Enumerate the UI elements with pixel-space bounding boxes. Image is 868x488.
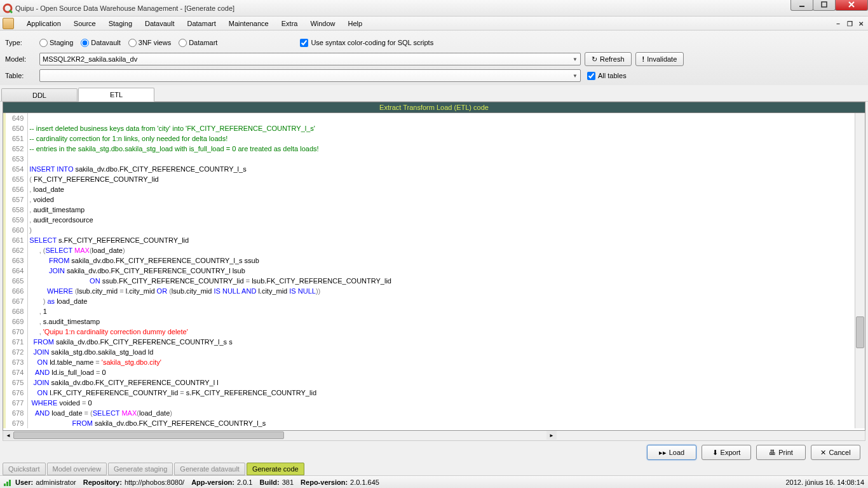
menu-extra[interactable]: Extra [275, 18, 304, 29]
refresh-button[interactable]: ↻Refresh [585, 52, 632, 66]
nav-tab-generate-datavault[interactable]: Generate datavault [174, 463, 245, 475]
type-radio-staging[interactable]: Staging [39, 39, 73, 47]
cancel-button[interactable]: ✕Cancel [811, 445, 860, 460]
action-buttons: ▸▸Load ⬇Export 🖶Print ✕Cancel [647, 445, 860, 460]
window-maximize-button[interactable] [813, 0, 836, 11]
model-combo[interactable]: MSSQL2KR2_sakila.sakila_dv▼ [39, 53, 581, 65]
type-radio-datamart[interactable]: Datamart [179, 39, 217, 47]
close-icon: ✕ [820, 449, 826, 457]
hscroll-thumb[interactable] [13, 431, 284, 439]
nav-tab-generate-staging[interactable]: Generate staging [108, 463, 173, 475]
mdi-minimize-button[interactable]: – [834, 19, 843, 28]
app-menu-icon[interactable] [3, 18, 14, 29]
code-editor[interactable]: 6496506516526536546556566576586596606616… [3, 113, 865, 431]
tab-etl[interactable]: ETL [78, 88, 154, 102]
menu-help[interactable]: Help [342, 18, 369, 29]
code-content[interactable]: -- insert deleted business keys data fro… [28, 113, 391, 428]
svg-rect-3 [822, 2, 827, 7]
type-radio-datavault[interactable]: Datavault [81, 39, 120, 47]
menu-datamart[interactable]: Datamart [180, 18, 222, 29]
table-label: Table: [5, 72, 39, 79]
chevron-down-icon: ▼ [573, 57, 578, 62]
status-build: 381 [282, 478, 294, 486]
connection-icon [4, 478, 13, 486]
printer-icon: 🖶 [769, 449, 776, 456]
invalidate-button[interactable]: !Invalidate [635, 52, 684, 66]
type-label: Type: [5, 39, 39, 46]
window-close-button[interactable] [835, 0, 868, 11]
status-repover: 2.0.1.645 [350, 478, 379, 486]
status-datetime: 2012. június 16. 14:08:14 [785, 478, 864, 486]
table-combo[interactable]: ▼ [39, 69, 581, 82]
all-tables-checkbox[interactable]: All tables [587, 72, 627, 80]
syntax-color-checkbox[interactable]: Use syntax color-coding for SQL scripts [300, 39, 433, 47]
window-minimize-button[interactable] [790, 0, 813, 11]
line-gutter: 6496506516526536546556566576586596606616… [3, 113, 28, 428]
window-title: Quipu - Open Source Data Warehouse Manag… [15, 4, 234, 12]
statusbar: User: administrator Repository: http://p… [0, 475, 868, 488]
chevron-down-icon: ▼ [573, 73, 578, 79]
scrollbar-thumb[interactable] [856, 316, 864, 348]
nav-tab-generate-code[interactable]: Generate code [247, 463, 304, 475]
menu-window[interactable]: Window [304, 18, 341, 29]
menu-source[interactable]: Source [67, 18, 102, 29]
refresh-icon: ↻ [592, 55, 597, 64]
menubar: ApplicationSourceStagingDatavaultDatamar… [0, 17, 868, 30]
menu-staging[interactable]: Staging [102, 18, 139, 29]
mdi-close-button[interactable]: ✕ [857, 19, 865, 28]
horizontal-scrollbar[interactable]: ◄ ► [3, 431, 865, 441]
status-repover-label: Repo-version: [301, 478, 348, 486]
download-icon: ⬇ [712, 449, 718, 457]
status-build-label: Build: [260, 478, 280, 486]
app-icon [3, 3, 13, 13]
scroll-right-arrow[interactable]: ► [546, 431, 557, 440]
vertical-scrollbar[interactable] [855, 113, 865, 428]
nav-tab-model-overview[interactable]: Model overview [47, 463, 107, 475]
mdi-restore-button[interactable]: ❐ [845, 19, 854, 28]
menu-maintenance[interactable]: Maintenance [222, 18, 275, 29]
menu-application[interactable]: Application [20, 18, 67, 29]
status-appver: 2.0.1 [237, 478, 252, 486]
status-user-label: User: [15, 478, 33, 486]
play-icon: ▸▸ [659, 449, 667, 457]
nav-tab-quickstart[interactable]: Quickstart [3, 463, 46, 475]
scroll-left-arrow[interactable]: ◄ [3, 431, 13, 440]
code-tabbar: DDL ETL [0, 88, 868, 102]
status-repo: http://phobos:8080/ [125, 478, 184, 486]
status-appver-label: App-version: [191, 478, 234, 486]
status-user: administrator [36, 478, 76, 486]
type-radio-3nf[interactable]: 3NF views [128, 39, 171, 47]
menu-datavault[interactable]: Datavault [139, 18, 180, 29]
model-label: Model: [5, 55, 39, 63]
warning-icon: ! [642, 55, 645, 63]
status-repo-label: Repository: [83, 478, 122, 486]
navigation-tabs: Quickstart Model overview Generate stagi… [3, 463, 304, 475]
tab-ddl[interactable]: DDL [1, 88, 78, 101]
load-button[interactable]: ▸▸Load [647, 445, 696, 460]
print-button[interactable]: 🖶Print [756, 445, 806, 460]
export-button[interactable]: ⬇Export [702, 445, 751, 460]
window-titlebar: Quipu - Open Source Data Warehouse Manag… [0, 0, 868, 17]
controls-panel: Type: Staging Datavault 3NF views Datama… [0, 30, 868, 85]
code-section-header: Extract Transform Load (ETL) code [3, 102, 865, 113]
